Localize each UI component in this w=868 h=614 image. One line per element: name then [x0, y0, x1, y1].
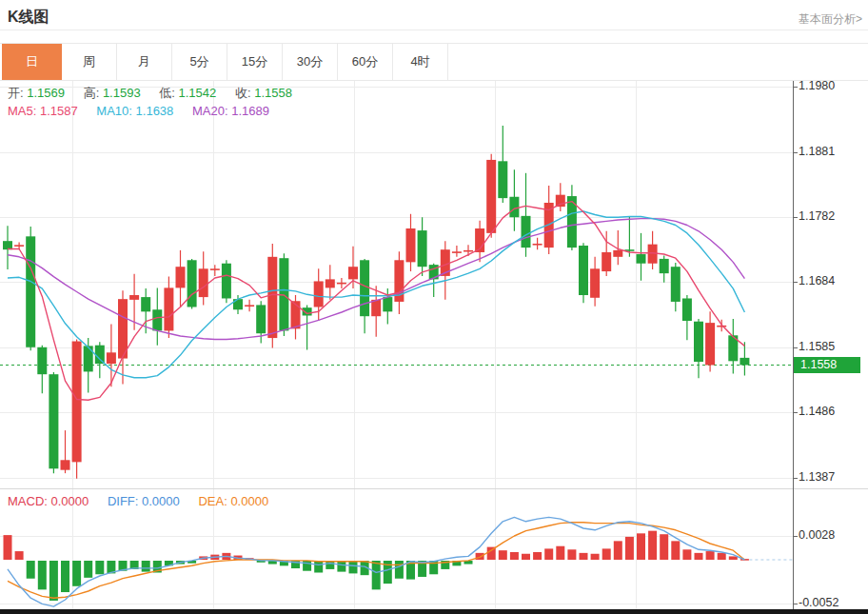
header-divider	[0, 30, 868, 30]
close-label: 收:	[235, 86, 251, 100]
tab-interval-2[interactable]: 月	[117, 44, 172, 80]
bottom-bar	[0, 609, 868, 614]
tab-interval-0[interactable]: 日	[2, 44, 62, 80]
candle-64	[740, 358, 749, 366]
candle-61	[705, 323, 715, 365]
candle-52	[602, 252, 611, 271]
macd-value: 0.0000	[51, 494, 89, 508]
tab-interval-5[interactable]: 30分	[283, 44, 338, 80]
low-value: 1.1542	[179, 86, 217, 100]
candle-59	[682, 298, 692, 321]
candle-22	[256, 305, 266, 333]
price-tick-4: 1.1585	[799, 340, 835, 353]
dea-label: DEA:	[198, 494, 227, 508]
candle-3	[37, 347, 47, 374]
macd-label: MACD:	[8, 494, 48, 508]
dea-value: 0.0000	[230, 494, 268, 508]
candle-2	[26, 236, 35, 347]
price-tick-6: 1.1387	[799, 470, 835, 484]
candle-15	[176, 267, 186, 287]
close-value: 1.1558	[254, 86, 292, 100]
macd-legend: MACD: 0.0000 DIFF: 0.0000 DEA: 0.0000	[8, 494, 284, 508]
candle-12	[141, 297, 150, 311]
ma10-label: MA10:	[96, 104, 132, 118]
tab-interval-1[interactable]: 周	[62, 44, 117, 80]
candle-21	[245, 305, 254, 307]
candle-60	[694, 322, 703, 362]
ma5-value: 1.1587	[40, 104, 78, 118]
candle-39	[452, 251, 462, 253]
candles	[3, 126, 749, 479]
ma20-value: 1.1689	[231, 104, 269, 118]
last-price-tag: 1.1558	[794, 357, 860, 373]
candle-5	[61, 460, 70, 469]
tab-interval-3[interactable]: 5分	[172, 44, 227, 80]
ma-legend: MA5: 1.1587 MA10: 1.1638 MA20: 1.1689	[8, 104, 285, 118]
candle-1	[14, 245, 24, 247]
high-label: 高:	[84, 86, 100, 100]
page-title: K线图	[8, 8, 49, 28]
candle-28	[326, 279, 335, 287]
open-value: 1.1569	[27, 86, 65, 100]
diff-label: DIFF:	[108, 494, 139, 508]
fundamental-analysis-link[interactable]: 基本面分析>	[799, 11, 862, 28]
candle-57	[660, 259, 669, 273]
candle-18	[210, 268, 220, 270]
ma20-label: MA20:	[192, 104, 228, 118]
candle-25	[291, 301, 301, 328]
candle-42	[486, 160, 496, 233]
candle-35	[406, 228, 416, 262]
candle-27	[314, 281, 324, 307]
candle-58	[671, 267, 681, 302]
diff-value: 0.0000	[142, 494, 180, 508]
macd-histogram	[4, 531, 749, 601]
high-value: 1.1593	[103, 86, 141, 100]
candle-4	[49, 374, 58, 468]
tabbar-bottom-border	[0, 80, 868, 81]
candle-14	[164, 287, 173, 330]
price-tick-3: 1.1684	[799, 274, 835, 287]
candle-50	[579, 246, 588, 295]
candle-17	[199, 268, 208, 297]
macd-tick-0: 0.0028	[799, 528, 835, 542]
candle-31	[360, 260, 369, 316]
price-tick-0: 1.1980	[799, 79, 835, 92]
candle-43	[498, 161, 507, 198]
open-label: 开:	[8, 86, 24, 100]
candle-8	[95, 346, 105, 364]
candle-16	[187, 260, 197, 307]
candle-46	[533, 244, 542, 246]
candle-33	[383, 297, 392, 311]
ma5-label: MA5:	[8, 104, 36, 118]
kline-page: K线图 基本面分析> 日周月5分15分30分60分4时 开: 1.1569 高:…	[0, 0, 868, 614]
low-label: 低:	[159, 86, 175, 100]
price-tick-1: 1.1881	[799, 145, 835, 158]
candle-45	[522, 216, 531, 248]
candle-30	[348, 267, 358, 279]
candle-9	[107, 352, 116, 364]
ohlc-legend: 开: 1.1569 高: 1.1593 低: 1.1542 收: 1.1558	[8, 85, 307, 102]
axis-line	[793, 81, 798, 609]
candle-36	[418, 230, 427, 267]
tab-interval-7[interactable]: 4时	[393, 44, 448, 80]
price-tick-2: 1.1782	[799, 209, 835, 223]
candle-29	[337, 283, 346, 285]
candle-23	[267, 257, 277, 338]
candle-44	[509, 197, 519, 217]
candle-32	[371, 300, 381, 316]
tab-interval-4[interactable]: 15分	[227, 44, 283, 80]
price-tick-5: 1.1486	[799, 405, 835, 418]
interval-tabbar: 日周月5分15分30分60分4时	[2, 44, 448, 80]
candle-40	[464, 250, 473, 252]
candle-19	[222, 264, 231, 299]
tab-interval-6[interactable]: 60分	[338, 44, 393, 80]
candle-6	[72, 342, 82, 463]
candle-11	[129, 295, 139, 300]
candle-51	[590, 268, 600, 297]
candle-55	[637, 254, 646, 264]
macd-tick-1: -0.0052	[799, 596, 838, 609]
candle-48	[556, 195, 565, 207]
candle-13	[152, 309, 162, 330]
ma10-value: 1.1638	[136, 104, 174, 118]
candle-53	[613, 250, 622, 257]
